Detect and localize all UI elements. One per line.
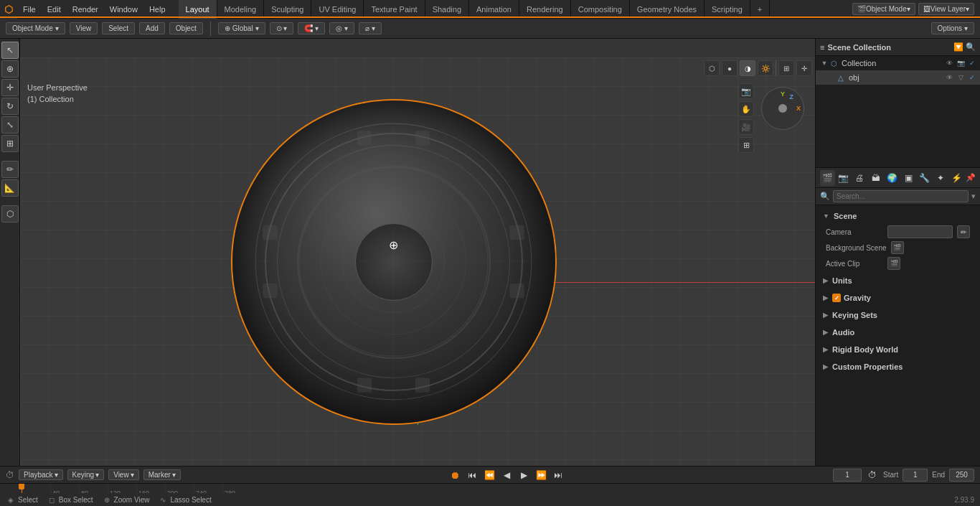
overlay-btn[interactable]: ⊞ <box>778 60 794 76</box>
outliner-item-collection[interactable]: ▼ ⬡ Collection 👁 📷 ✓ <box>816 56 980 70</box>
units-section-header[interactable]: ▶ Units <box>819 273 977 289</box>
grease-btn[interactable]: ⌀ ▾ <box>359 22 382 34</box>
menu-window[interactable]: Window <box>104 0 143 19</box>
tab-modeling[interactable]: Modeling <box>217 0 265 19</box>
prop-tab-scene[interactable]: 🎬 <box>820 170 835 186</box>
3d-object-aztec[interactable]: ⊕ <box>232 100 555 423</box>
prop-tab-output[interactable]: 🖨 <box>852 170 867 186</box>
transform-tool[interactable]: ⊞ <box>1 135 19 152</box>
outliner-filter-icon[interactable]: 🔽 <box>953 42 963 52</box>
transform-mode[interactable]: ⊕ Global ▾ <box>218 22 265 34</box>
obj-filter-toggle[interactable]: ▽ <box>956 72 966 83</box>
timeline-view-btn[interactable]: View ▾ <box>108 469 139 480</box>
step-back-btn[interactable]: ⏪ <box>483 469 496 482</box>
view-menu[interactable]: View <box>70 22 98 34</box>
blender-logo[interactable]: ⬡ <box>0 0 17 19</box>
tab-rendering[interactable]: Rendering <box>519 0 571 19</box>
start-frame-input[interactable]: 1 <box>903 469 928 482</box>
props-search-input[interactable] <box>833 190 969 202</box>
viewport-3d[interactable]: ⊕ User Perspective (1) Collection X Y Z … <box>20 39 815 466</box>
obj-eye-toggle[interactable]: 👁 <box>944 72 954 83</box>
material-preview-btn[interactable]: ◑ <box>740 60 755 76</box>
skip-back-btn[interactable]: ⏮ <box>466 469 479 482</box>
mode-selector[interactable]: Object Mode ▾ <box>6 22 65 34</box>
skip-end-btn[interactable]: ⏭ <box>552 469 565 482</box>
tab-layout[interactable]: Layout <box>179 0 217 19</box>
rigid-body-header[interactable]: ▶ Rigid Body World <box>819 342 977 357</box>
eye-toggle[interactable]: 👁 <box>944 58 954 68</box>
scale-tool[interactable]: ⤡ <box>1 116 19 133</box>
navigation-gizmo[interactable]: X Y Z <box>758 83 808 133</box>
menu-help[interactable]: Help <box>143 0 171 19</box>
camera-value[interactable] <box>887 225 953 238</box>
menu-edit[interactable]: Edit <box>42 0 67 19</box>
measure-tool[interactable]: 📐 <box>1 179 19 197</box>
timer-icon[interactable]: ⏱ <box>866 469 879 482</box>
record-btn[interactable]: ⏺ <box>448 469 461 482</box>
keying-sets-header[interactable]: ▶ Keying Sets <box>819 307 977 323</box>
viewport-hand-icon[interactable]: ✋ <box>738 101 754 117</box>
tab-geometry-nodes[interactable]: Geometry Nodes <box>630 0 705 19</box>
active-clip-icon[interactable]: 🎬 <box>887 257 900 270</box>
menu-file[interactable]: File <box>17 0 42 19</box>
tab-compositing[interactable]: Compositing <box>571 0 630 19</box>
gizmo-x-axis[interactable]: X <box>796 105 801 112</box>
proportional-btn[interactable]: ◎ ▾ <box>329 22 354 34</box>
select-menu[interactable]: Select <box>102 22 135 34</box>
gravity-checkbox[interactable]: ✓ <box>832 294 841 302</box>
tab-sculpting[interactable]: Sculpting <box>264 0 311 19</box>
menu-render[interactable]: Render <box>67 0 104 19</box>
current-frame-input[interactable]: 1 <box>833 469 862 482</box>
gizmo-z-axis[interactable]: Z <box>790 93 794 100</box>
options-btn[interactable]: Options ▾ <box>931 22 974 34</box>
add-cube-tool[interactable]: ⬡ <box>1 205 19 222</box>
viewport-video-icon[interactable]: 🎥 <box>738 119 754 135</box>
prop-tab-view-layer[interactable]: 🏔 <box>869 170 884 186</box>
select-tool[interactable]: ↖ <box>1 42 19 59</box>
check-toggle[interactable]: ✓ <box>967 58 977 68</box>
background-scene-icon[interactable]: 🎬 <box>891 241 904 254</box>
rotate-tool[interactable]: ↻ <box>1 98 19 115</box>
props-filter-icon[interactable]: ▾ <box>971 192 976 201</box>
prop-tab-particle[interactable]: ✦ <box>933 170 948 186</box>
outliner-item-obj[interactable]: △ obj 👁 ▽ ✓ <box>816 70 980 85</box>
play-btn[interactable]: ▶ <box>517 469 530 482</box>
gizmo-y-axis[interactable]: Y <box>781 90 785 98</box>
camera-edit-btn[interactable]: ✏ <box>957 225 970 238</box>
move-tool[interactable]: ✛ <box>1 79 19 96</box>
prop-tab-modifier[interactable]: 🔧 <box>917 170 932 186</box>
origin-btn[interactable]: ⊙ ▾ <box>270 22 294 34</box>
viewport-canvas[interactable]: ⊕ User Perspective (1) Collection X Y Z … <box>20 57 815 466</box>
prop-tab-world[interactable]: 🌍 <box>885 170 900 186</box>
view-layer-selector[interactable]: 🖼 View Layer ▾ <box>918 3 974 15</box>
scene-section-header[interactable]: ▼ Scene <box>819 208 977 224</box>
tab-animation[interactable]: Animation <box>469 0 519 19</box>
audio-section-header[interactable]: ▶ Audio <box>819 324 977 340</box>
playback-btn[interactable]: Playback ▾ <box>19 469 63 480</box>
render-preview-btn[interactable]: 🔆 <box>758 60 773 76</box>
custom-props-header[interactable]: ▶ Custom Properties <box>819 359 977 375</box>
gravity-section-header[interactable]: ▶ ✓ Gravity <box>819 290 977 306</box>
prop-tab-object[interactable]: ▣ <box>901 170 916 186</box>
gizmo-btn[interactable]: ✛ <box>796 60 812 76</box>
gizmo-circle[interactable]: X Y Z <box>761 87 804 130</box>
tab-scripting[interactable]: Scripting <box>705 0 750 19</box>
scene-selector[interactable]: 🎬 Object Mode ▾ <box>852 3 915 15</box>
wireframe-btn[interactable]: ⬡ <box>704 60 720 76</box>
add-menu[interactable]: Add <box>139 22 165 34</box>
end-frame-input[interactable]: 250 <box>949 469 974 482</box>
outliner-search-icon[interactable]: 🔍 <box>966 42 976 52</box>
prop-tab-render[interactable]: 📷 <box>837 170 852 186</box>
camera-toggle[interactable]: 📷 <box>956 58 966 68</box>
annotate-tool[interactable]: ✏ <box>1 161 19 178</box>
tab-shading[interactable]: Shading <box>425 0 469 19</box>
marker-btn[interactable]: Marker ▾ <box>143 469 181 480</box>
props-pin-btn[interactable]: 📌 <box>966 173 976 182</box>
play-reverse-btn[interactable]: ◀ <box>500 469 513 482</box>
prop-tab-physics[interactable]: ⚡ <box>950 170 965 186</box>
tab-uv-editing[interactable]: UV Editing <box>311 0 364 19</box>
solid-btn[interactable]: ● <box>722 60 738 76</box>
tab-add[interactable]: + <box>750 0 770 19</box>
cursor-tool[interactable]: ⊕ <box>1 60 19 78</box>
viewport-grid-icon[interactable]: ⊞ <box>738 137 754 153</box>
